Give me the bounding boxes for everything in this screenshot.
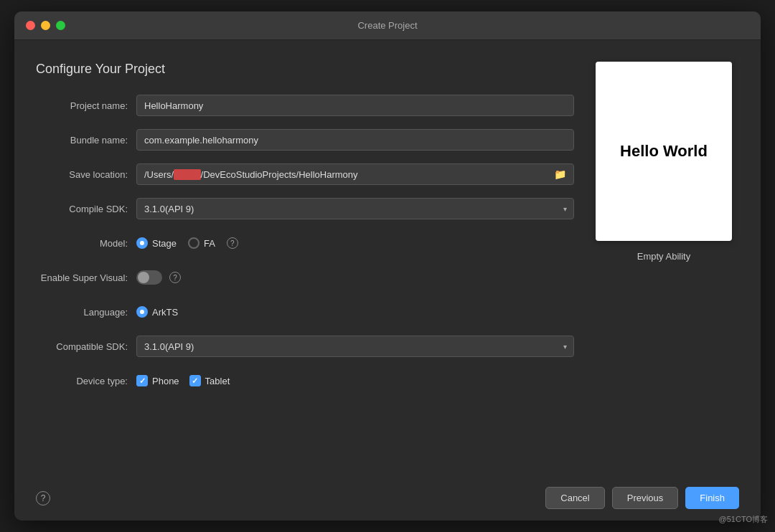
traffic-lights xyxy=(26,21,65,30)
compatible-sdk-wrapper: 3.1.0(API 9) ▾ xyxy=(136,336,574,357)
left-panel: Configure Your Project Project name: Bun… xyxy=(36,62,574,475)
project-name-input[interactable] xyxy=(136,95,574,116)
enable-super-visual-row: Enable Super Visual: ? xyxy=(36,266,574,289)
super-visual-help-icon[interactable]: ? xyxy=(169,272,181,283)
compatible-sdk-row: Compatible SDK: 3.1.0(API 9) ▾ xyxy=(36,335,574,358)
footer: ? Cancel Previous Finish xyxy=(14,475,761,521)
language-label: Language: xyxy=(36,307,136,318)
redacted-username: ●●●● xyxy=(174,169,200,180)
finish-button[interactable]: Finish xyxy=(685,487,739,509)
maximize-button[interactable] xyxy=(56,21,65,30)
language-arkts-label: ArkTS xyxy=(152,307,178,318)
minimize-button[interactable] xyxy=(41,21,50,30)
compile-sdk-select[interactable]: 3.1.0(API 9) xyxy=(136,198,574,219)
close-button[interactable] xyxy=(26,21,35,30)
device-phone-option[interactable]: Phone xyxy=(136,375,179,386)
device-tablet-checkbox[interactable] xyxy=(189,375,201,386)
model-fa-radio[interactable] xyxy=(188,237,199,249)
language-arkts-radio[interactable] xyxy=(136,306,148,318)
cancel-button[interactable]: Cancel xyxy=(545,487,604,509)
footer-buttons: Cancel Previous Finish xyxy=(545,487,739,509)
previous-button[interactable]: Previous xyxy=(612,487,679,509)
model-help-icon[interactable]: ? xyxy=(227,237,238,249)
device-phone-checkbox[interactable] xyxy=(136,375,148,386)
compile-sdk-label: Compile SDK: xyxy=(36,204,136,214)
device-tablet-label: Tablet xyxy=(205,376,230,386)
project-name-label: Project name: xyxy=(36,100,136,111)
right-panel: Hello World Empty Ability xyxy=(588,62,739,475)
device-phone-label: Phone xyxy=(152,376,179,386)
compatible-sdk-label: Compatible SDK: xyxy=(36,341,136,352)
bundle-name-row: Bundle name: xyxy=(36,128,574,151)
window-title: Create Project xyxy=(357,20,417,31)
language-radio-group: ArkTS xyxy=(136,306,178,318)
bundle-name-input[interactable] xyxy=(136,129,574,151)
compile-sdk-wrapper: 3.1.0(API 9) ▾ xyxy=(136,198,574,219)
super-visual-toggle[interactable] xyxy=(136,270,162,285)
model-stage-label: Stage xyxy=(152,238,177,249)
device-type-row: Device type: Phone Tablet xyxy=(36,369,574,392)
enable-super-visual-label: Enable Super Visual: xyxy=(36,272,136,283)
save-location-label: Save location: xyxy=(36,169,136,180)
compile-sdk-row: Compile SDK: 3.1.0(API 9) ▾ xyxy=(36,197,574,220)
bundle-name-label: Bundle name: xyxy=(36,135,136,146)
preview-title: Hello World xyxy=(620,142,708,161)
save-location-row: Save location: /Users/●●●●/DevEcoStudioP… xyxy=(36,163,574,186)
model-fa-label: FA xyxy=(204,238,215,249)
toggle-wrapper: ? xyxy=(136,270,181,285)
watermark: @51CTO博客 xyxy=(719,514,768,525)
toggle-knob xyxy=(138,272,149,283)
preview-label: Empty Ability xyxy=(637,251,690,262)
model-stage-option[interactable]: Stage xyxy=(136,237,177,249)
save-location-field: /Users/●●●●/DevEcoStudioProjects/HelloHa… xyxy=(136,163,574,185)
compatible-sdk-select[interactable]: 3.1.0(API 9) xyxy=(136,336,574,357)
model-radio-group: Stage FA ? xyxy=(136,237,238,249)
content-area: Configure Your Project Project name: Bun… xyxy=(14,40,761,475)
model-label: Model: xyxy=(36,238,136,249)
language-row: Language: ArkTS xyxy=(36,300,574,323)
model-row: Model: Stage FA ? xyxy=(36,232,574,255)
titlebar: Create Project xyxy=(14,11,761,40)
device-type-checkbox-group: Phone Tablet xyxy=(136,375,230,386)
model-fa-option[interactable]: FA xyxy=(188,237,215,249)
model-stage-radio[interactable] xyxy=(136,237,148,249)
preview-card: Hello World xyxy=(596,62,732,241)
save-location-path: /Users/●●●●/DevEcoStudioProjects/HelloHa… xyxy=(144,169,554,180)
footer-help-icon[interactable]: ? xyxy=(36,491,50,505)
language-arkts-option[interactable]: ArkTS xyxy=(136,306,178,318)
project-name-row: Project name: xyxy=(36,94,574,117)
device-type-label: Device type: xyxy=(36,376,136,386)
page-title: Configure Your Project xyxy=(36,62,574,77)
create-project-window: Create Project Configure Your Project Pr… xyxy=(14,11,761,521)
folder-icon[interactable]: 📁 xyxy=(554,168,566,180)
device-tablet-option[interactable]: Tablet xyxy=(189,375,230,386)
